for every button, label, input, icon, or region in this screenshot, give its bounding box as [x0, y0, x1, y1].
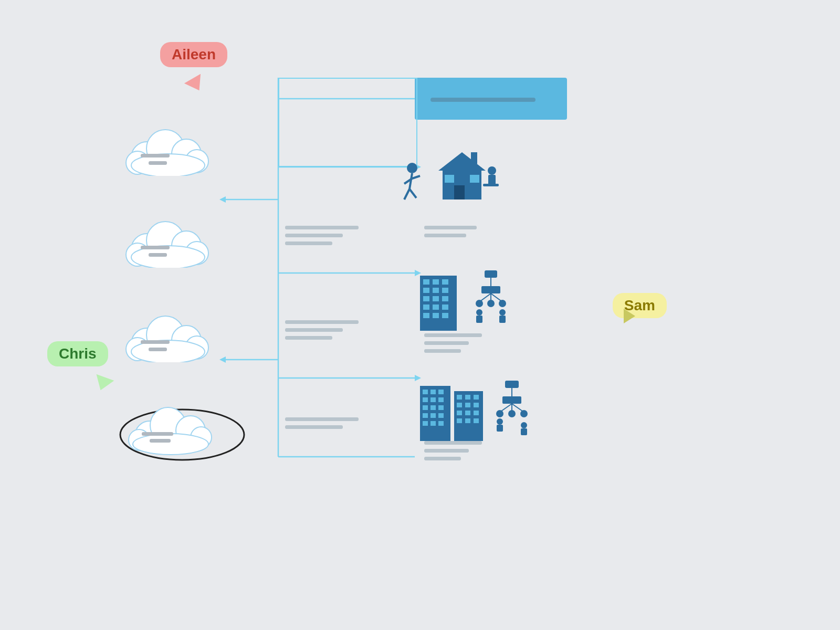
svg-rect-74	[423, 296, 429, 301]
svg-rect-68	[423, 279, 429, 285]
svg-rect-103	[438, 397, 444, 402]
svg-rect-76	[442, 296, 448, 301]
svg-rect-120	[465, 411, 470, 415]
svg-rect-82	[442, 313, 448, 318]
svg-point-64	[488, 166, 496, 175]
svg-line-50	[404, 189, 410, 200]
cloud-2	[116, 210, 220, 268]
svg-rect-104	[423, 405, 428, 410]
svg-point-131	[496, 410, 503, 417]
svg-point-94	[499, 309, 506, 316]
svg-rect-114	[465, 395, 470, 400]
blue-box-text-line	[430, 98, 536, 102]
svg-rect-122	[457, 418, 462, 423]
section2-desc	[285, 320, 359, 344]
svg-rect-37	[141, 340, 170, 344]
svg-marker-54	[438, 152, 486, 171]
svg-rect-111	[430, 421, 436, 426]
svg-rect-85	[481, 286, 500, 293]
svg-rect-59	[471, 152, 477, 164]
svg-rect-47	[150, 439, 171, 443]
section3-desc	[285, 417, 359, 433]
svg-rect-101	[423, 397, 428, 402]
svg-rect-135	[497, 425, 503, 432]
svg-rect-69	[433, 279, 439, 285]
cloud-4-outlined	[113, 393, 252, 461]
section1-desc	[285, 226, 359, 249]
office-small-icon	[420, 268, 536, 338]
svg-rect-108	[430, 413, 436, 418]
svg-rect-127	[502, 396, 521, 404]
chris-arrow	[92, 374, 114, 394]
svg-rect-66	[483, 184, 499, 186]
svg-line-51	[410, 189, 416, 198]
aileen-arrow	[184, 74, 207, 96]
svg-rect-56	[454, 185, 465, 200]
office-large-icon	[420, 378, 546, 454]
svg-point-91	[499, 300, 506, 307]
svg-point-133	[520, 410, 528, 417]
network1-desc	[424, 226, 477, 242]
svg-rect-115	[474, 395, 479, 400]
svg-rect-119	[457, 411, 462, 415]
svg-rect-124	[474, 418, 479, 423]
svg-rect-46	[142, 432, 173, 436]
svg-rect-113	[457, 395, 462, 400]
svg-rect-107	[423, 413, 428, 418]
svg-rect-21	[141, 154, 170, 158]
svg-rect-38	[149, 348, 167, 351]
svg-rect-125	[505, 381, 519, 388]
svg-rect-75	[433, 296, 439, 301]
svg-rect-117	[465, 403, 470, 407]
svg-rect-77	[423, 304, 429, 310]
svg-rect-83	[485, 270, 497, 278]
svg-rect-112	[438, 421, 444, 426]
svg-rect-121	[474, 411, 479, 415]
svg-rect-106	[438, 405, 444, 410]
svg-rect-81	[433, 313, 439, 318]
svg-point-89	[476, 300, 483, 307]
svg-point-134	[497, 418, 503, 425]
svg-point-132	[508, 410, 516, 417]
svg-rect-78	[433, 304, 439, 310]
svg-rect-109	[438, 413, 444, 418]
svg-point-48	[407, 163, 417, 173]
svg-point-92	[476, 309, 482, 316]
sam-badge: Sam	[613, 293, 667, 318]
svg-rect-102	[430, 397, 436, 402]
svg-rect-70	[442, 279, 448, 285]
svg-marker-7	[219, 196, 226, 203]
svg-point-136	[521, 422, 527, 428]
aileen-badge: Aileen	[160, 42, 227, 67]
svg-rect-98	[423, 390, 428, 394]
svg-rect-30	[149, 253, 167, 257]
svg-rect-22	[149, 161, 167, 165]
svg-rect-116	[457, 403, 462, 407]
svg-rect-105	[430, 405, 436, 410]
svg-rect-29	[141, 246, 170, 249]
svg-rect-73	[442, 288, 448, 293]
svg-rect-118	[474, 403, 479, 407]
svg-rect-100	[438, 390, 444, 394]
cloud-1	[116, 118, 220, 176]
chris-badge: Chris	[47, 341, 108, 366]
svg-rect-57	[445, 175, 454, 183]
svg-rect-71	[423, 288, 429, 293]
svg-rect-80	[423, 313, 429, 318]
svg-rect-110	[423, 421, 428, 426]
svg-rect-137	[521, 428, 527, 435]
svg-line-53	[412, 176, 420, 178]
sam-arrow	[624, 309, 635, 323]
svg-rect-72	[433, 288, 439, 293]
svg-rect-99	[430, 390, 436, 394]
svg-rect-79	[442, 304, 448, 310]
svg-point-90	[487, 300, 495, 307]
svg-rect-123	[465, 418, 470, 423]
svg-rect-58	[470, 175, 479, 183]
svg-rect-95	[499, 316, 506, 323]
home-office-icon	[396, 150, 501, 220]
cloud-3	[116, 304, 220, 362]
svg-point-45	[133, 434, 208, 455]
svg-rect-93	[476, 316, 482, 323]
